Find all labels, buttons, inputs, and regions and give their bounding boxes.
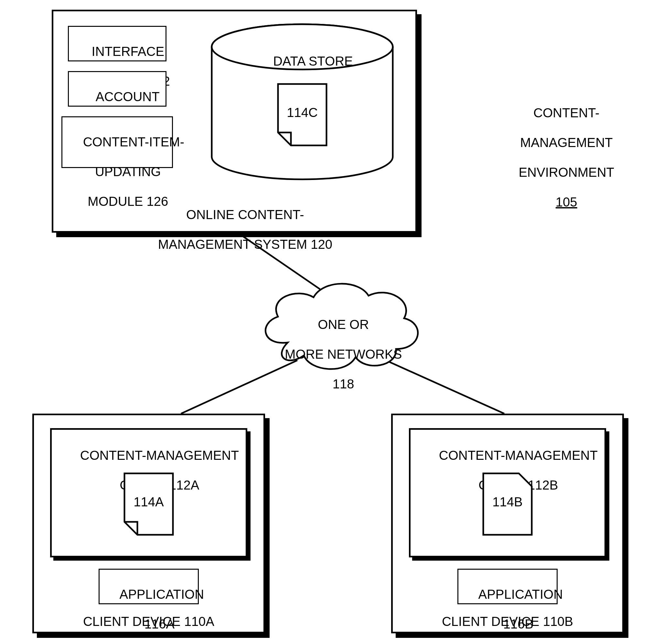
client-b-caption: CLIENT DEVICE 110B	[393, 614, 622, 629]
title-line2: MANAGEMENT	[520, 135, 613, 150]
datastore-doc-label: 114C	[277, 105, 328, 120]
client-b-box: CONTENT-MANAGEMENT CLIENT 112B 114B APPL…	[391, 414, 624, 633]
system-caption: ONLINE CONTENT- MANAGEMENT SYSTEM 120	[53, 192, 415, 267]
title-ref: 105	[556, 195, 577, 209]
client-a-caption: CLIENT DEVICE 110A	[34, 614, 263, 629]
system-box: INTERFACE MODULE 122 ACCOUNT MODULE 124 …	[52, 10, 417, 233]
client-a-box: CONTENT-MANAGEMENT CLIENT 112A 114A APPL…	[32, 414, 265, 633]
client-b-doc-label: 114B	[482, 495, 533, 509]
cloud-label: ONE OR MORE NETWORKS 118	[249, 302, 423, 406]
client-b-app-label: APPLICATION 116B	[458, 572, 558, 644]
diagram-stage: CONTENT- MANAGEMENT ENVIRONMENT 105 INTE…	[0, 0, 663, 644]
environment-title: CONTENT- MANAGEMENT ENVIRONMENT 105	[488, 90, 631, 224]
title-line3: ENVIRONMENT	[518, 165, 614, 179]
client-a-doc-label: 114A	[123, 495, 175, 509]
client-a-app-label: APPLICATION 116A	[98, 572, 199, 644]
title-line1: CONTENT-	[533, 106, 599, 120]
